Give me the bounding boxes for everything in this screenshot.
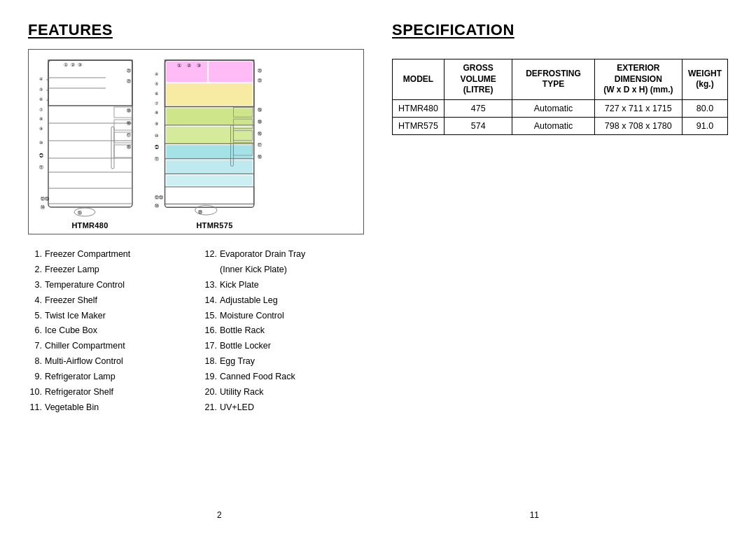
features-col-1: 1.Freezer Compartment 2.Freezer Lamp 3.T… [28,247,189,416]
list-item: 21.UV+LED [203,400,364,416]
svg-text:③: ③ [197,63,201,68]
svg-rect-43 [209,62,253,82]
features-list-1: 1.Freezer Compartment 2.Freezer Lamp 3.T… [28,247,189,416]
features-section: FEATURES ① ② ③ ④ [28,21,364,513]
list-item: 16.Bottle Rack [203,323,364,339]
fridge-diagram-2: ① ② ③ [150,57,279,218]
list-item: 13.Kick Plate [203,278,364,293]
svg-text:⑤: ⑤ [39,87,43,92]
svg-text:②: ② [187,63,191,68]
svg-text:⑱: ⑱ [127,108,131,113]
features-list-2: 12.Evaporator Drain Tray (Inner Kick Pla… [203,247,364,416]
diagram-htmr575: ① ② ③ [150,57,279,230]
list-item: 10.Refrigerator Shelf [28,385,189,400]
cell-model: HTMR575 [393,117,444,134]
col-dimension: EXTERIOR DIMENSION(W x D x H) (mm.) [594,59,682,100]
svg-rect-1 [48,60,132,106]
list-item: 1.Freezer Compartment [28,247,189,262]
svg-text:⑳: ⑳ [258,78,262,83]
svg-text:⑦: ⑦ [155,101,158,106]
svg-rect-44 [167,83,253,105]
svg-text:⑫⑬: ⑫⑬ [155,195,163,199]
svg-rect-49 [167,127,253,143]
svg-text:⑪: ⑪ [155,157,159,161]
model2-label: HTMR575 [196,221,232,230]
svg-text:⑧: ⑧ [155,111,158,115]
svg-text:⑦: ⑦ [39,108,43,112]
features-lists: 1.Freezer Compartment 2.Freezer Lamp 3.T… [28,247,364,416]
cell-model: HTMR480 [393,99,444,117]
svg-rect-50 [167,145,253,159]
svg-text:④: ④ [39,77,43,81]
svg-rect-0 [48,60,132,207]
svg-rect-52 [167,175,253,185]
svg-text:⑳: ⑳ [127,69,131,73]
col-volume: GROSS VOLUME(LITRE) [444,59,512,100]
svg-text:⑳: ⑳ [258,69,262,73]
list-item: 2.Freezer Lamp [28,262,189,278]
col-defrost: DEFROSTING TYPE [512,59,594,100]
list-item: 5.Twist Ice Maker [28,309,189,324]
features-col-2: 12.Evaporator Drain Tray (Inner Kick Pla… [203,247,364,416]
svg-text:④: ④ [155,72,158,76]
specification-title: SPECIFICATION [392,21,728,39]
page-number-left: 2 [217,510,222,520]
svg-rect-48 [167,108,253,125]
svg-rect-19 [48,188,132,204]
svg-text:⑨: ⑨ [155,122,158,126]
svg-text:⑨: ⑨ [39,127,43,131]
svg-text:⑤: ⑤ [155,82,158,86]
specification-section: SPECIFICATION MODEL GROSS VOLUME(LITRE) … [392,21,728,513]
svg-text:⑧: ⑧ [39,117,43,121]
list-item: 11.Vegetable Bin [28,400,189,416]
svg-text:⑪: ⑪ [39,165,43,169]
list-item: 15.Moisture Control [203,309,364,324]
svg-text:㉑: ㉑ [155,145,159,149]
cell-weight: 80.0 [682,99,727,117]
svg-text:⑲: ⑲ [258,108,262,112]
svg-text:①: ① [64,62,68,67]
list-item: (Inner Kick Plate) [203,262,364,278]
svg-text:⑯: ⑯ [127,121,131,125]
svg-text:⑩: ⑩ [155,134,158,138]
table-row: HTMR480 475 Automatic 727 x 711 x 1715 8… [393,99,728,117]
svg-text:⑱: ⑱ [258,120,262,124]
svg-text:⑭: ⑭ [155,204,159,208]
svg-text:⑳: ⑳ [127,79,131,83]
svg-text:⑰: ⑰ [127,133,131,137]
svg-rect-37 [111,127,114,169]
list-item: 9.Refrigerator Lamp [28,370,189,385]
svg-text:⑫⑬: ⑫⑬ [41,197,49,201]
svg-text:⑭: ⑭ [41,205,45,209]
cell-dimension: 798 x 708 x 1780 [594,117,682,134]
svg-rect-58 [165,187,254,204]
model1-label: HTMR480 [71,221,108,230]
list-item: 7.Chiller Compartment [28,339,189,354]
list-item: 8.Multi-Airflow Control [28,354,189,370]
table-row: HTMR575 574 Automatic 798 x 708 x 1780 9… [393,117,728,134]
col-weight: WEIGHT(kg.) [682,59,727,100]
list-item: 6.Ice Cube Box [28,323,189,339]
list-item: 12.Evaporator Drain Tray [203,247,364,262]
svg-text:⑯: ⑯ [258,132,262,136]
cell-dimension: 727 x 711 x 1715 [594,99,682,117]
svg-text:⑮: ⑮ [78,211,82,215]
svg-text:㉑: ㉑ [39,153,43,157]
features-title: FEATURES [28,21,364,39]
fridge-diagram-1: ① ② ③ ④ ⑤ ⑥ ⑳ [36,57,144,218]
cell-defrost: Automatic [512,117,594,134]
list-item: 17.Bottle Locker [203,339,364,354]
svg-text:①: ① [177,63,181,68]
specification-table: MODEL GROSS VOLUME(LITRE) DEFROSTING TYP… [392,59,728,135]
svg-text:⑯: ⑯ [127,145,131,149]
list-item: 18.Egg Tray [203,354,364,370]
list-item: 14.Adjustable Leg [203,293,364,309]
cell-volume: 475 [444,99,512,117]
svg-text:⑯: ⑯ [258,155,262,159]
cell-defrost: Automatic [512,99,594,117]
cell-weight: 91.0 [682,117,727,134]
list-item: 20.Utility Rack [203,385,364,400]
col-model: MODEL [393,59,444,100]
svg-text:⑥: ⑥ [155,92,158,96]
diagram-box: ① ② ③ ④ ⑤ ⑥ ⑳ [28,49,364,234]
